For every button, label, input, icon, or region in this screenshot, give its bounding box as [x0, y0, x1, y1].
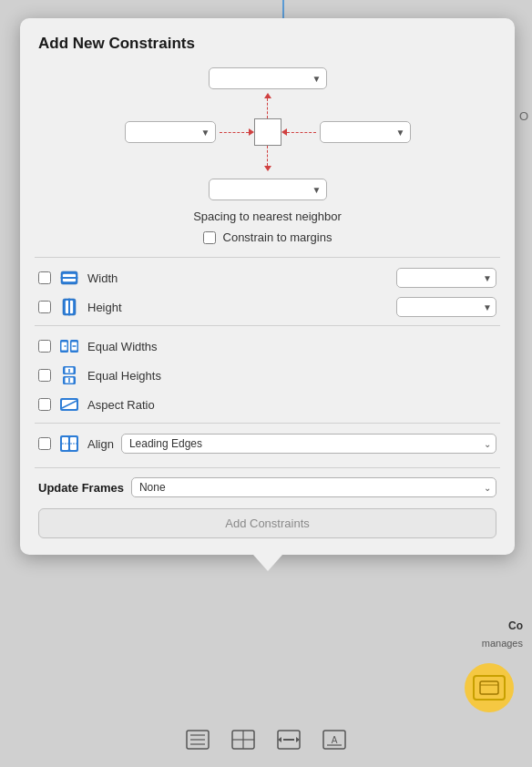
align-row: Align Leading Edges ⌄ [38, 433, 496, 455]
spacing-top-row: ▼ [209, 67, 327, 89]
equal-widths-row: Equal Widths [38, 335, 496, 357]
right-spacing-select[interactable] [320, 121, 411, 143]
equal-widths-checkbox[interactable] [38, 340, 51, 353]
align-svg-icon [59, 434, 79, 454]
align-select[interactable]: Leading Edges [121, 434, 496, 454]
width-row: Width ▼ [38, 267, 496, 289]
height-svg-icon [59, 297, 79, 317]
update-frames-row: Update Frames None ⌄ [38, 477, 496, 497]
aspect-ratio-checkbox[interactable] [38, 398, 51, 411]
yellow-circle-inner [473, 675, 506, 701]
height-checkbox[interactable] [38, 301, 51, 313]
bottom-arrow [264, 146, 271, 171]
spacing-label: Spacing to nearest neighbor [38, 210, 496, 223]
constrain-to-margins-label: Constrain to margins [223, 230, 332, 244]
constrain-to-margins-checkbox[interactable] [203, 231, 216, 244]
circle-inner-svg-icon [479, 680, 499, 695]
bottom-right-co: Co [508, 619, 523, 632]
toolbar-svg-icon-4[interactable]: A [322, 730, 346, 750]
center-square [254, 118, 281, 146]
height-label: Height [87, 301, 389, 314]
center-diagram [220, 93, 316, 171]
toolbar-svg-icon-3[interactable] [277, 730, 301, 750]
bottom-spacing-select-wrapper[interactable]: ▼ [209, 179, 327, 200]
divider-1 [35, 257, 500, 258]
equal-widths-svg-icon [59, 336, 79, 356]
divider-2 [35, 325, 500, 326]
toolbar-icon-4[interactable]: A [321, 729, 348, 751]
height-icon [58, 296, 80, 318]
top-arrow [264, 93, 271, 118]
toolbar-svg-icon-1[interactable] [186, 730, 210, 750]
width-checkbox[interactable] [38, 271, 51, 284]
top-spacing-select-wrapper[interactable]: ▼ [209, 67, 327, 89]
equal-widths-icon [58, 335, 80, 357]
divider-4 [35, 467, 500, 468]
height-row: Height ▼ [38, 296, 496, 318]
width-select[interactable] [396, 268, 496, 288]
align-select-wrapper[interactable]: Leading Edges ⌄ [121, 434, 496, 454]
svg-rect-29 [480, 681, 498, 694]
top-dashed-line [267, 98, 268, 118]
left-spacing-select[interactable] [125, 121, 216, 143]
align-icon [58, 433, 80, 455]
spacing-diagram: ▼ ▼ [38, 67, 496, 200]
bottom-arrowhead-icon [264, 166, 271, 171]
panel-title: Add New Constraints [38, 35, 496, 53]
height-select-wrapper[interactable]: ▼ [396, 297, 496, 317]
equal-heights-label: Equal Heights [87, 369, 496, 383]
update-frames-label: Update Frames [38, 481, 124, 495]
left-dashed-line [220, 132, 249, 133]
width-select-wrapper[interactable]: ▼ [396, 268, 496, 288]
bottom-dashed-line [267, 146, 268, 166]
align-checkbox[interactable] [38, 437, 51, 450]
update-frames-select-wrapper[interactable]: None ⌄ [131, 477, 496, 497]
center-group [254, 93, 281, 171]
toolbar-icon-2[interactable] [230, 729, 257, 751]
toolbar-icon-3[interactable] [275, 729, 302, 751]
aspect-ratio-svg-icon [59, 394, 79, 414]
aspect-ratio-icon [58, 394, 80, 415]
width-svg-icon [59, 268, 79, 288]
svg-text:A: A [332, 735, 338, 745]
update-frames-select[interactable]: None [131, 477, 496, 497]
bottom-toolbar: A [0, 729, 532, 751]
bottom-spacing-select[interactable] [209, 179, 327, 200]
right-dashed-line [287, 132, 316, 133]
equal-heights-checkbox[interactable] [38, 369, 51, 382]
callout-triangle [253, 555, 282, 571]
left-arrow [220, 128, 254, 136]
divider-3 [35, 423, 500, 424]
spacing-bottom-row: ▼ [209, 179, 327, 200]
aspect-ratio-row: Aspect Ratio [38, 394, 496, 415]
equal-heights-svg-icon [59, 365, 79, 385]
align-label: Align [87, 437, 114, 451]
aspect-ratio-label: Aspect Ratio [87, 398, 496, 412]
add-constraints-button[interactable]: Add Constraints [38, 508, 496, 538]
right-arrow [281, 128, 316, 136]
width-label: Width [87, 271, 389, 285]
width-icon [58, 267, 80, 289]
equal-heights-icon [58, 364, 80, 386]
toolbar-icon-1[interactable] [184, 729, 211, 751]
constrain-to-margins-row: Constrain to margins [38, 230, 496, 244]
left-spacing-select-wrapper[interactable]: ▼ [125, 121, 216, 143]
spacing-middle-row: ▼ [125, 93, 411, 171]
toolbar-svg-icon-2[interactable] [231, 730, 255, 750]
top-spacing-select[interactable] [209, 67, 327, 89]
equal-widths-label: Equal Widths [87, 340, 496, 353]
height-select[interactable] [396, 297, 496, 317]
bottom-right-manages: manages [482, 638, 523, 649]
constraints-panel: Add New Constraints ▼ ▼ [20, 18, 515, 555]
right-spacing-select-wrapper[interactable]: ▼ [320, 121, 411, 143]
yellow-circle [465, 663, 514, 712]
right-edge-o: O [519, 109, 528, 123]
equal-heights-row: Equal Heights [38, 364, 496, 386]
